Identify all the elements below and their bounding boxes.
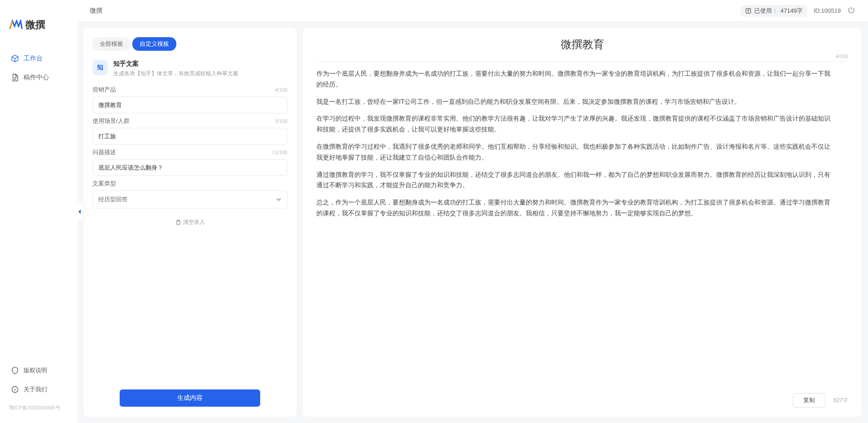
field-type: 文案类型 经历型回答 (92, 180, 287, 209)
usage-label: 已使用： (754, 7, 778, 15)
output-title: 微撰教育 (561, 37, 604, 52)
tab-all-templates[interactable]: 全部模板 (92, 37, 131, 51)
logo-icon (9, 19, 23, 30)
generate-button[interactable]: 生成内容 (120, 389, 260, 407)
output-title-count: 4/100 (835, 53, 848, 59)
char-count: 11/100 (272, 150, 287, 155)
sidebar-footer: 版权说明 关于我们 (0, 362, 77, 400)
topbar: 微撰 已使用： 47149字 ID:100519 (77, 0, 868, 22)
output-paragraph: 总之，作为一个底层人民，要想翻身成为一名成功的打工族，需要付出大量的努力和时间。… (316, 197, 834, 219)
sidebar: 微撰 工作台 稿件中心 版权说明 关于我们 鄂ICP备2022016946号 (0, 0, 77, 423)
user-id: ID:100519 (814, 7, 841, 14)
content-area: 全部模板 自定义模板 知 知乎文案 生成各类【知乎】体文章，有效完成软植入种草文… (77, 22, 868, 423)
power-icon (847, 6, 855, 14)
output-footer: 复制 627字 (303, 388, 862, 417)
char-count: 3/100 (275, 118, 287, 124)
char-count: 4/100 (275, 87, 287, 92)
brand-text: 微撰 (25, 18, 45, 32)
output-paragraph: 在微撰教育的学习过程中，我遇到了很多优秀的老师和同学。他们互相帮助，分享经验和知… (316, 141, 834, 163)
field-product: 营销产品 4/100 (92, 86, 287, 113)
brand-logo: 微撰 (0, 7, 77, 50)
generate-footer: 生成内容 (83, 383, 296, 417)
field-label: 使用场景/人群 (92, 117, 130, 125)
word-count: 627字 (834, 397, 848, 404)
problem-input[interactable] (92, 159, 287, 176)
icp-text: 鄂ICP备2022016946号 (0, 400, 77, 416)
nav-drafts[interactable]: 稿件中心 (5, 69, 72, 86)
nav-label: 关于我们 (24, 385, 47, 394)
input-panel: 全部模板 自定义模板 知 知乎文案 生成各类【知乎】体文章，有效完成软植入种草文… (83, 28, 296, 417)
template-form: 营销产品 4/100 使用场景/人群 3/100 (83, 86, 296, 383)
trash-icon (175, 219, 181, 225)
nav-copyright[interactable]: 版权说明 (5, 362, 72, 379)
scene-input[interactable] (92, 128, 287, 145)
output-paragraph: 我是一名打工族，曾经在一家IT公司工作，但一直感到自己的能力和职业发展空间有限。… (316, 97, 834, 107)
usage-badge[interactable]: 已使用： 47149字 (741, 5, 807, 17)
tab-custom-templates[interactable]: 自定义模板 (132, 37, 176, 51)
nav-about[interactable]: 关于我们 (5, 381, 72, 398)
clear-button[interactable]: 清空录入 (92, 212, 287, 233)
output-panel: 微撰教育 4/100 作为一个底层人民，要想翻身并成为一名成功的打工族，需要付出… (303, 28, 862, 417)
main-area: 微撰 已使用： 47149字 ID:100519 全部模板 自定义模板 知 (77, 0, 868, 423)
template-title: 知乎文案 (113, 60, 238, 68)
copy-button[interactable]: 复制 (793, 393, 825, 408)
nav-workbench[interactable]: 工作台 (5, 50, 72, 67)
select-value: 经历型回答 (98, 195, 128, 204)
shield-icon (11, 366, 19, 374)
document-icon (11, 73, 19, 82)
output-body[interactable]: 作为一个底层人民，要想翻身并成为一名成功的打工族，需要付出大量的努力和时间。微撰… (303, 68, 862, 388)
type-select[interactable]: 经历型回答 (92, 190, 287, 209)
chevron-down-icon (276, 197, 281, 202)
field-label: 文案类型 (92, 180, 116, 188)
text-icon (745, 8, 752, 14)
template-icon: 知 (92, 60, 108, 75)
field-label: 营销产品 (92, 86, 116, 94)
field-problem: 问题描述 11/100 (92, 148, 287, 176)
output-paragraph: 作为一个底层人民，要想翻身并成为一名成功的打工族，需要付出大量的努力和时间。微撰… (316, 68, 834, 90)
sidebar-collapse-handle[interactable] (76, 203, 83, 221)
field-scene: 使用场景/人群 3/100 (92, 117, 287, 145)
template-description: 生成各类【知乎】体文章，有效完成软植入种草文案 (113, 70, 238, 78)
clear-label: 清空录入 (183, 219, 205, 226)
output-paragraph: 在学习的过程中，我发现微撰教育的课程非常实用。他们的教学方法很有趣，让我对学习产… (316, 113, 834, 135)
divider (316, 62, 848, 62)
output-header: 微撰教育 4/100 (303, 28, 862, 61)
product-input[interactable] (92, 97, 287, 113)
main-nav: 工作台 稿件中心 (0, 50, 77, 362)
info-icon (11, 385, 19, 394)
template-header: 知 知乎文案 生成各类【知乎】体文章，有效完成软植入种草文案 (83, 54, 296, 86)
cube-icon (11, 54, 19, 63)
nav-label: 工作台 (24, 54, 43, 63)
usage-value: 47149字 (781, 7, 803, 15)
field-label: 问题描述 (92, 148, 116, 156)
page-title: 微撰 (90, 7, 734, 15)
nav-label: 版权说明 (24, 366, 47, 374)
template-tabs: 全部模板 自定义模板 (83, 28, 296, 54)
nav-label: 稿件中心 (24, 73, 49, 82)
chevron-left-icon (78, 209, 82, 214)
output-paragraph: 通过微撰教育的学习，我不仅掌握了专业的知识和技能，还结交了很多志同道合的朋友。他… (316, 170, 834, 191)
power-button[interactable] (847, 6, 855, 16)
